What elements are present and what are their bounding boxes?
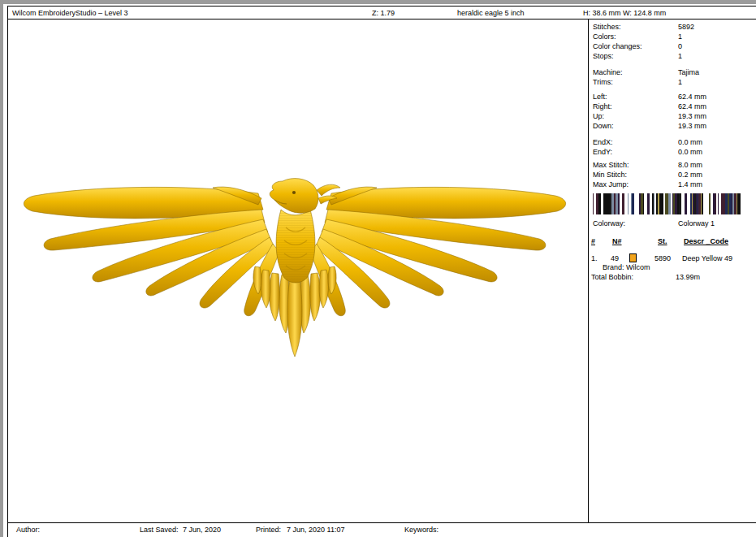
machine-label: Machine:: [593, 68, 623, 76]
trims-value: 1: [678, 78, 682, 86]
end-point-block: EndX:0.0 mm EndY:0.0 mm: [593, 138, 752, 158]
design-name: heraldic eagle 5 inch: [457, 9, 525, 17]
zoom-factor: Z: 1.79: [372, 9, 395, 17]
design-barcode: [593, 193, 745, 214]
keywords-label: Keywords:: [404, 526, 438, 534]
trims-label: Trims:: [593, 78, 613, 86]
colorway-row: Colorway: Colorway 1: [593, 219, 752, 229]
stat-label: Color changes:: [593, 42, 642, 50]
col-index: #: [591, 237, 595, 245]
thread-index: 1.: [591, 254, 598, 262]
stat-label: Stitches:: [593, 23, 621, 31]
total-bobbin-value: 13.99m: [676, 273, 700, 281]
stat-value: 1: [678, 32, 682, 41]
col-descr-code: Descr _Code: [684, 237, 728, 245]
last-saved-label: Last Saved:: [140, 526, 179, 534]
last-saved-value: 7 Jun, 2020: [183, 526, 221, 534]
machine-value: Tajima: [678, 68, 699, 76]
stat-value: 5892: [678, 23, 694, 31]
colorway-label: Colorway:: [593, 219, 625, 227]
limit-label: Max Stitch:: [593, 161, 629, 169]
limit-label: Max Jump:: [593, 180, 629, 188]
thread-descr: Deep Yellow 49: [682, 254, 732, 262]
limit-value: 8.0 mm: [678, 161, 702, 169]
extent-value: 19.3 mm: [678, 122, 706, 130]
endy-value: 0.0 mm: [678, 148, 702, 156]
limit-value: 0.2 mm: [678, 171, 702, 179]
printed-value: 7 Jun, 2020 11:07: [287, 526, 344, 534]
extents-block: Left:62.4 mm Right:62.4 mm Up:19.3 mm Do…: [593, 93, 752, 132]
thread-number: 49: [611, 254, 619, 262]
colorway-value: Colorway 1: [678, 219, 715, 227]
stat-value: 1: [678, 52, 682, 60]
endx-label: EndX:: [593, 138, 613, 146]
stat-label: Colors:: [593, 32, 616, 41]
extent-label: Left:: [593, 93, 607, 101]
machine-block: Machine:Tajima Trims:1: [593, 68, 752, 88]
worksheet-footer: Author: Last Saved: 7 Jun, 2020 Printed:…: [8, 523, 756, 537]
extent-value: 62.4 mm: [678, 102, 706, 110]
thread-table-header: # N# St. Descr _Code: [591, 237, 752, 247]
author-label: Author:: [16, 526, 40, 534]
barcode-bar: [743, 193, 745, 214]
endy-label: EndY:: [593, 148, 612, 156]
stat-label: Stops:: [593, 52, 614, 60]
preview-background-left: [0, 0, 3, 537]
stitch-limits-block: Max Stitch:8.0 mm Min Stitch:0.2 mm Max …: [593, 161, 752, 190]
stats-block: Stitches:5892 Colors:1 Color changes:0 S…: [593, 23, 752, 62]
extent-label: Right:: [593, 102, 612, 110]
endx-value: 0.0 mm: [678, 138, 702, 146]
stat-value: 0: [678, 42, 682, 50]
thread-color-swatch: [629, 253, 637, 262]
thread-brand: Brand: Wilcom: [603, 263, 650, 271]
app-title: Wilcom EmbroideryStudio – Level 3: [12, 9, 128, 17]
extent-label: Up:: [593, 112, 604, 120]
limit-label: Min Stitch:: [593, 171, 627, 179]
total-bobbin-label: Total Bobbin:: [591, 273, 633, 281]
printed-label: Printed:: [256, 526, 281, 534]
page-border: [7, 6, 8, 537]
info-panel: Stitches:5892 Colors:1 Color changes:0 S…: [593, 0, 752, 520]
col-stitches: St.: [658, 237, 667, 245]
extent-value: 19.3 mm: [678, 112, 706, 120]
extent-value: 62.4 mm: [678, 93, 706, 101]
extent-label: Down:: [593, 122, 614, 130]
limit-value: 1.4 mm: [678, 180, 702, 188]
panel-divider: [588, 19, 589, 522]
worksheet-page: Wilcom EmbroideryStudio – Level 3 Z: 1.7…: [0, 0, 756, 537]
thread-stitches: 5890: [648, 254, 671, 262]
col-number: N#: [612, 237, 622, 245]
